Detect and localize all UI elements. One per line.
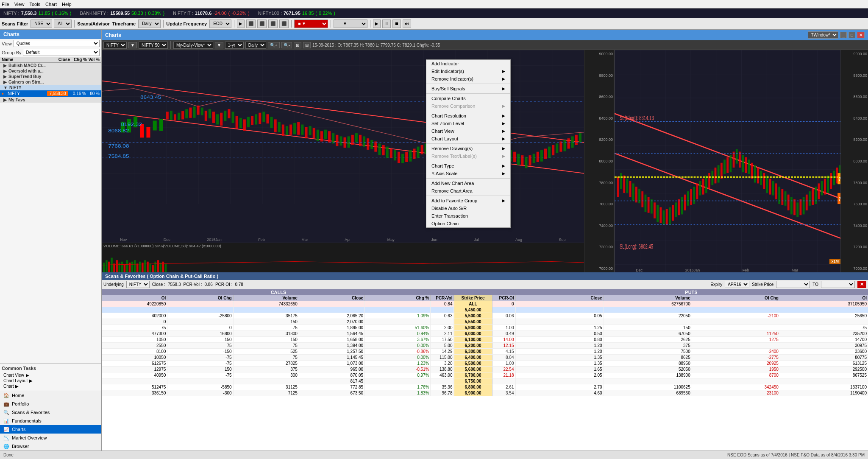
ctx-option-chain[interactable]: Option Chain — [426, 220, 510, 227]
scan-group-oversold[interactable]: ▶ Oversold with a... — [0, 68, 101, 74]
task-chart-view[interactable]: Chart View ▶ — [2, 372, 100, 378]
ctx-enter-transaction[interactable]: Enter Transaction — [426, 212, 510, 220]
view-dropdown-btn[interactable]: ▼ — [215, 42, 223, 48]
svg-rect-211 — [803, 197, 805, 214]
ctx-add-favorite[interactable]: Add to Favorite Group ▶ — [426, 197, 510, 204]
ctx-remove-chart[interactable]: Remove Chart Area — [426, 187, 510, 195]
scan-group-nifty[interactable]: ▼ NIFTY — [0, 85, 101, 90]
scan-group-bullish[interactable]: ▶ Bullish MACD Cr... — [0, 63, 101, 68]
play-btn[interactable]: ▶ — [373, 20, 381, 28]
zoom-out-btn[interactable]: 🔍- — [281, 42, 292, 48]
toolbar-btn-1[interactable]: ▶ — [237, 20, 245, 28]
ctx-chart-resolution[interactable]: Chart Resolution ▶ — [426, 112, 510, 120]
all-select[interactable]: All — [54, 20, 72, 28]
ctx-remove-comparison[interactable]: Remove Comparison ▶ — [426, 102, 510, 110]
strike-price-to-select[interactable] — [821, 281, 855, 288]
options-row-13[interactable]: 336150 -300 7125 673.50 1.83% 96.78 6,90… — [102, 390, 868, 396]
options-row-6[interactable]: 8100 -150 525 1,257.50 -0.86% 14.29 6,30… — [102, 349, 868, 355]
menu-file[interactable]: File — [2, 2, 9, 7]
menu-tools[interactable]: Tools — [29, 2, 40, 7]
stop-btn[interactable]: ⏹ — [392, 20, 401, 28]
nav-browser[interactable]: 🌐 Browser — [0, 442, 101, 451]
underlying-select[interactable]: NIFTY — [126, 281, 150, 288]
ctx-chart-type[interactable]: Chart Type ▶ — [426, 162, 510, 170]
options-row-12[interactable]: 512475 -5850 31125 772.85 1.76% 35.36 6,… — [102, 384, 868, 390]
ctx-chart-view[interactable]: Chart View ▶ — [426, 127, 510, 135]
ctx-set-zoom[interactable]: Set Zoom Level ▶ — [426, 120, 510, 127]
ctx-add-indicator[interactable]: Add Indicator — [426, 60, 510, 67]
chart-main[interactable]: 8643.45 8192.32 8068.82 7768.08 7584.85 … — [102, 50, 584, 243]
expiry-select[interactable]: APR16 — [725, 281, 749, 288]
ctx-compare-charts[interactable]: Compare Charts — [426, 95, 510, 102]
options-row-5[interactable]: 2550 -75 75 1,394.00 0.00% 5.00 6,200.00… — [102, 343, 868, 349]
right-chart-area[interactable]: 7829.10 7558.30 SL(Short): 8314.13 SL(Lo… — [615, 50, 868, 272]
nav-home[interactable]: 🏠 Home — [0, 391, 101, 400]
options-row-1[interactable]: 0 150 2,070.00 5,550.00 — [102, 319, 868, 325]
strike-price-select[interactable] — [776, 281, 810, 288]
menu-help[interactable]: Help — [62, 2, 72, 7]
options-row-0[interactable]: 402000 -25800 35175 2,065.20 1.09% 0.63 … — [102, 313, 868, 319]
nav-charts[interactable]: 📈 Charts — [0, 425, 101, 434]
menu-view[interactable]: View — [14, 2, 25, 7]
daily-select[interactable]: Daily — [138, 20, 161, 28]
task-chart[interactable]: Chart ▶ — [2, 383, 100, 389]
scan-group-supertrend[interactable]: ▶ SuperTrend Buy — [0, 74, 101, 79]
ctx-buy-sell[interactable]: Buy/Sell Signals ▶ — [426, 85, 510, 92]
chart-close-btn[interactable]: ✕ — [857, 32, 865, 38]
options-row-3[interactable]: 477300 -16800 31800 1,564.45 0.94% 2.11 … — [102, 331, 868, 337]
symbol-dropdown-btn[interactable]: ▼ — [128, 42, 137, 48]
ctx-add-new-chart[interactable]: Add New Chart Area — [426, 179, 510, 187]
ctx-y-axis-scale[interactable]: Y-Axis Scale ▶ — [426, 170, 510, 177]
ctx-remove-indicator[interactable]: Remove Indicator(s) ▶ — [426, 75, 510, 83]
options-row-all[interactable]: 49220850 74332650 0.84 ALL 0 62756700 — [102, 301, 868, 307]
exchange-select[interactable]: NSE — [31, 20, 52, 28]
task-chart-layout[interactable]: Chart Layout ▶ — [2, 378, 100, 383]
scan-item-nifty[interactable]: ■ NIFTY 7,558.30 0.16 % 80 % — [0, 90, 101, 97]
puts-col-headers: Close Volume OI Chg OI — [516, 295, 868, 301]
options-row-11[interactable]: 817.45 6,750.00 — [102, 378, 868, 384]
view-select[interactable]: Quotes — [14, 40, 100, 47]
groupby-select[interactable]: Default — [23, 49, 100, 56]
zoom-in-btn[interactable]: 🔍+ — [268, 42, 280, 48]
options-row-9[interactable]: 12975 150 375 965.00 -0.51% 138.80 5,600… — [102, 367, 868, 372]
toolbar-btn-4[interactable]: ⬛ — [268, 20, 278, 28]
nav-scans[interactable]: 🔍 Scans & Favorites — [0, 408, 101, 417]
view-dropdown[interactable]: My-Daily-View* — [173, 42, 213, 49]
toolbar-btn-5[interactable]: ⬛ — [279, 20, 289, 28]
options-row-7[interactable]: 10050 -75 75 1,145.45 0.00% 115.00 6,400… — [102, 355, 868, 361]
toolbar-btn-3[interactable]: ⬛ — [257, 20, 267, 28]
index-select[interactable]: NIFTY 50 — [139, 42, 168, 49]
color-select[interactable]: ■ ▼ — [294, 20, 328, 28]
options-row-8[interactable]: 612675 -75 27825 1,073.00 1.23% 3.20 6,5… — [102, 361, 868, 367]
scan-group-gainers[interactable]: ▶ Gainers on Stro... — [0, 79, 101, 85]
period-select[interactable]: 1-yr — [225, 42, 244, 49]
options-row-2[interactable]: 75 0 75 1,895.00 51.60% 2.00 5,900.00 1.… — [102, 325, 868, 331]
ctx-edit-indicator[interactable]: Edit Indicator(s) ▶ — [426, 67, 510, 75]
svg-rect-191 — [742, 155, 744, 172]
chart-minimize-btn[interactable]: _ — [840, 32, 847, 38]
twindow-select[interactable]: TWindow* — [808, 31, 838, 39]
ctx-chart-layout[interactable]: Chart Layout ▶ — [426, 135, 510, 143]
toolbar-btn-2[interactable]: ⬛ — [246, 20, 256, 28]
chart-maximize-btn[interactable]: □ — [849, 32, 855, 38]
eod-select[interactable]: EOD — [209, 20, 231, 28]
zoom-reset-btn[interactable]: ⊟ — [303, 42, 311, 48]
close-options-btn[interactable]: ✕ — [857, 281, 866, 288]
zoom-fit-btn[interactable]: ⊞ — [294, 42, 301, 48]
scan-group-myfavs[interactable]: ▶ My Favs — [0, 97, 101, 103]
skip-btn[interactable]: ⏭ — [403, 20, 411, 28]
menu-chart[interactable]: Chart — [45, 2, 57, 7]
symbol-select[interactable]: NIFTY — [103, 42, 127, 49]
line-select[interactable]: — ▼ — [334, 20, 367, 28]
interval-select[interactable]: Daily — [245, 42, 266, 49]
pause-btn[interactable]: ⏸ — [382, 20, 391, 28]
options-row-5450[interactable]: 5,450.00 — [102, 307, 868, 313]
options-row-10[interactable]: 40950 -75 300 870.05 0.97% 463.00 6,700.… — [102, 372, 868, 378]
nav-fundamentals[interactable]: 📊 Fundamentals — [0, 417, 101, 425]
nav-market[interactable]: 📉 Market Overview — [0, 434, 101, 442]
ctx-remove-drawing[interactable]: Remove Drawing(s) ▶ — [426, 145, 510, 152]
ctx-remove-text[interactable]: Remove Text/Label(s) ▶ — [426, 152, 510, 160]
nav-portfolio[interactable]: 💼 Portfolio — [0, 400, 101, 408]
options-row-4[interactable]: 1050 150 150 1,658.00 3.67% 17.50 6,100.… — [102, 337, 868, 343]
ctx-disable-auto[interactable]: Disable Auto S/R — [426, 204, 510, 212]
